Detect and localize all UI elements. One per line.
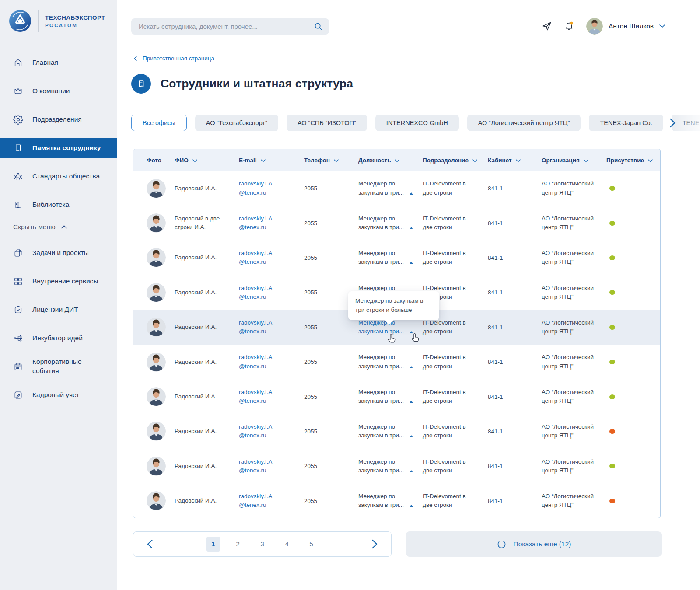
employee-name: Радовский И.А. bbox=[175, 462, 239, 471]
presence-status-dot bbox=[609, 325, 615, 330]
column-label: Телефон bbox=[304, 157, 330, 164]
employee-email-link[interactable]: radovskiy.I.A@tenex.ru bbox=[239, 249, 304, 267]
chips-scroll-right-icon[interactable] bbox=[669, 118, 676, 129]
pagination-page-4[interactable]: 4 bbox=[280, 537, 294, 552]
table-header-row: ФотоФИОE-mailТелефонДолжностьПодразделен… bbox=[133, 149, 660, 171]
employee-email-link[interactable]: radovskiy.I.A@tenex.ru bbox=[239, 214, 304, 232]
employee-name: Радовский в двестроки И.А. bbox=[175, 214, 239, 232]
column-header-organization[interactable]: Организация bbox=[542, 157, 606, 164]
sidebar-item-library[interactable]: Библиотека bbox=[0, 195, 117, 215]
column-label: ФИО bbox=[175, 157, 189, 164]
employee-email-link[interactable]: radovskiy.I.A@tenex.ru bbox=[239, 422, 304, 440]
sidebar-item-home[interactable]: Главная bbox=[0, 52, 117, 73]
table-row-3[interactable]: Радовский И.А.radovskiy.I.A@tenex.ru2055… bbox=[133, 241, 660, 275]
table-row-1[interactable]: Радовский И.А.radovskiy.I.A@tenex.ru2055… bbox=[133, 171, 660, 206]
column-label: Присутствие bbox=[606, 157, 644, 164]
sidebar-item-company[interactable]: О компании bbox=[0, 81, 117, 101]
column-label: Фото bbox=[147, 157, 161, 164]
employee-email-link[interactable]: radovskiy.I.A@tenex.ru bbox=[239, 353, 304, 371]
expand-caret-icon[interactable] bbox=[410, 470, 413, 472]
sidebar-item-events[interactable]: Корпоративные события bbox=[0, 356, 117, 377]
employee-photo bbox=[147, 248, 166, 267]
column-header-presence[interactable]: Присутствие bbox=[606, 157, 660, 164]
search-input[interactable] bbox=[139, 23, 314, 30]
pagination-page-5[interactable]: 5 bbox=[304, 537, 318, 552]
column-header-name[interactable]: ФИО bbox=[175, 157, 239, 164]
user-avatar bbox=[586, 18, 603, 35]
pagination-prev-icon[interactable] bbox=[147, 539, 153, 549]
employee-name: Радовский И.А. bbox=[175, 184, 239, 193]
expand-caret-icon[interactable] bbox=[410, 435, 413, 437]
employee-position-link[interactable]: Менеджер позакупкам в три... bbox=[358, 388, 423, 406]
column-header-photo: Фото bbox=[147, 157, 175, 164]
employee-position-link[interactable]: Менеджер позакупкам в три... bbox=[358, 353, 423, 371]
sidebar-item-tasks[interactable]: Задачи и проекты bbox=[0, 243, 117, 263]
sidebar-item-departments[interactable]: Подразделения bbox=[0, 109, 117, 129]
sidebar-item-services[interactable]: Внутренние сервисы bbox=[0, 271, 117, 291]
notification-badge bbox=[570, 22, 573, 25]
company-icon bbox=[13, 86, 23, 96]
sidebar-item-licenses[interactable]: Лицензии ДИТ bbox=[0, 300, 117, 320]
filter-chip-2[interactable]: АО “СПБ “ИЗОТОП” bbox=[287, 115, 367, 131]
expand-caret-icon[interactable] bbox=[410, 401, 413, 403]
hide-menu-button[interactable]: Скрыть меню bbox=[0, 223, 117, 231]
employee-email-link[interactable]: radovskiy.I.A@tenex.ru bbox=[239, 318, 304, 336]
logo[interactable]: ТЕХСНАБЭКСПОРТ РОСАТОМ bbox=[0, 0, 117, 32]
notifications-bell-icon[interactable] bbox=[564, 21, 574, 31]
table-row-6[interactable]: Радовский И.А.radovskiy.I.A@tenex.ru2055… bbox=[133, 345, 660, 379]
employee-position-link[interactable]: Менеджер позакупкам в три... bbox=[358, 492, 423, 510]
tooltip-text: Менеджер по закупкам в три строки и боль… bbox=[355, 297, 424, 313]
sidebar-item-memo[interactable]: Памятка сотруднику bbox=[0, 138, 117, 158]
employee-position-link[interactable]: Менеджер позакупкам в три... bbox=[358, 214, 423, 232]
expand-caret-icon[interactable] bbox=[410, 227, 413, 229]
employee-position-link[interactable]: Менеджер позакупкам в три... bbox=[358, 249, 423, 267]
expand-caret-icon[interactable] bbox=[410, 262, 413, 264]
employee-organization: АО “Логистическийцентр ЯТЦ” bbox=[542, 457, 606, 475]
sidebar-item-incubator[interactable]: Инкубатор идей bbox=[0, 328, 117, 348]
column-header-room[interactable]: Кабинет bbox=[488, 157, 542, 164]
column-header-position[interactable]: Должность bbox=[358, 157, 423, 164]
expand-caret-icon[interactable] bbox=[410, 366, 413, 368]
column-header-email[interactable]: E-mail bbox=[239, 157, 304, 164]
table-row-2[interactable]: Радовский в двестроки И.А.radovskiy.I.A@… bbox=[133, 206, 660, 240]
filter-chip-4[interactable]: АО “Логистический центр ЯТЦ” bbox=[467, 115, 581, 131]
column-header-phone[interactable]: Телефон bbox=[304, 157, 358, 164]
expand-caret-icon[interactable] bbox=[410, 505, 413, 507]
pagination-page-2[interactable]: 2 bbox=[231, 537, 245, 552]
global-search[interactable] bbox=[131, 18, 329, 35]
employee-email-link[interactable]: radovskiy.I.A@tenex.ru bbox=[239, 388, 304, 406]
expand-caret-icon[interactable] bbox=[410, 192, 413, 195]
employee-phone: 2055 bbox=[304, 463, 358, 469]
user-name: Антон Шилков bbox=[609, 22, 654, 30]
filter-chip-3[interactable]: INTERNEXCO GmbH bbox=[375, 115, 459, 131]
column-header-department[interactable]: Подразделение bbox=[423, 157, 488, 164]
table-row-9[interactable]: Радовский И.А.radovskiy.I.A@tenex.ru2055… bbox=[133, 449, 660, 483]
filter-chip-0[interactable]: Все офисы bbox=[131, 115, 187, 131]
employee-email-link[interactable]: radovskiy.I.A@tenex.ru bbox=[239, 284, 304, 302]
employee-position-link[interactable]: Менеджер позакупкам в три... bbox=[358, 179, 423, 197]
pagination-page-3[interactable]: 3 bbox=[256, 537, 269, 552]
filter-chip-5[interactable]: TENEX-Japan Co. bbox=[589, 115, 663, 131]
breadcrumb[interactable]: Приветственная страница bbox=[134, 55, 214, 62]
table-row-10[interactable]: Радовский И.А.radovskiy.I.A@tenex.ru2055… bbox=[133, 484, 660, 518]
employee-email-link[interactable]: radovskiy.I.A@tenex.ru bbox=[239, 492, 304, 510]
brand-line1: ТЕХСНАБЭКСПОРТ bbox=[45, 14, 105, 21]
pagination-page-1[interactable]: 1 bbox=[206, 537, 220, 552]
filter-chip-1[interactable]: АО “Техснабэкспорт” bbox=[195, 115, 278, 131]
pagination-next-icon[interactable] bbox=[371, 539, 378, 549]
sidebar-item-hr[interactable]: Кадровый учет bbox=[0, 385, 117, 405]
search-icon[interactable] bbox=[314, 22, 323, 31]
employee-email-link[interactable]: radovskiy.I.A@tenex.ru bbox=[239, 179, 304, 197]
show-more-button[interactable]: Показать еще (12) bbox=[406, 531, 662, 557]
user-menu[interactable]: Антон Шилков bbox=[586, 18, 665, 35]
presence-status-dot bbox=[609, 221, 615, 226]
sidebar-item-label: Библиотека bbox=[32, 200, 69, 209]
table-row-7[interactable]: Радовский И.А.radovskiy.I.A@tenex.ru2055… bbox=[133, 379, 660, 414]
sidebar-item-standards[interactable]: Стандарты общества bbox=[0, 166, 117, 186]
employee-position-link[interactable]: Менеджер позакупкам в три... bbox=[358, 422, 423, 440]
table-row-8[interactable]: Радовский И.А.radovskiy.I.A@tenex.ru2055… bbox=[133, 414, 660, 449]
employee-position-link[interactable]: Менеджер позакупкам в три... bbox=[358, 457, 423, 475]
employee-room: 841-1 bbox=[488, 289, 542, 296]
send-icon[interactable] bbox=[542, 21, 552, 31]
employee-email-link[interactable]: radovskiy.I.A@tenex.ru bbox=[239, 457, 304, 475]
